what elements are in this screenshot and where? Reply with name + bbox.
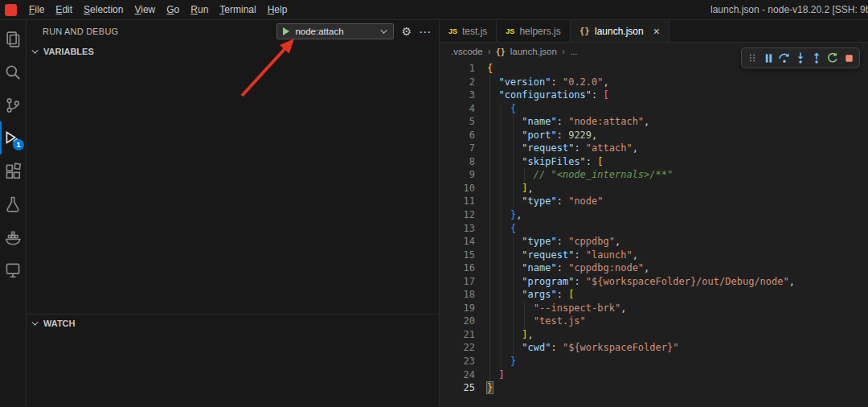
code-line-16[interactable]: 16 "name": "cppdbg:node", — [440, 261, 868, 275]
menu-help[interactable]: Help — [262, 0, 293, 19]
menu-selection[interactable]: Selection — [78, 0, 129, 19]
menu-file[interactable]: File — [23, 0, 50, 19]
code-line-2[interactable]: 2 "version": "0.2.0", — [440, 76, 868, 89]
activity-remote-explorer[interactable] — [0, 253, 26, 286]
gear-icon[interactable]: ⚙ — [401, 26, 411, 37]
activity-extensions[interactable] — [0, 154, 26, 187]
activity-source-control[interactable] — [0, 88, 26, 121]
line-number[interactable]: 22 — [440, 341, 475, 355]
line-number[interactable]: 17 — [440, 275, 475, 289]
tab-bar: JStest.jsJShelpers.js{}launch.json× — [440, 20, 868, 43]
code-text: "test.js" — [487, 314, 586, 328]
code-text: "skipFiles": [ — [487, 155, 604, 169]
line-number[interactable]: 19 — [440, 302, 475, 315]
debug-config-dropdown[interactable]: node:attach — [276, 23, 394, 39]
line-number[interactable]: 1 — [440, 62, 475, 76]
chevron-down-icon — [31, 319, 38, 325]
restart-button[interactable] — [825, 49, 841, 67]
tab-helpers.js[interactable]: JShelpers.js — [497, 20, 570, 42]
line-number[interactable]: 14 — [440, 235, 475, 249]
watch-section-header[interactable]: WATCH — [27, 314, 439, 332]
line-number[interactable]: 9 — [440, 168, 475, 182]
breadcrumb-folder[interactable]: .vscode — [451, 47, 483, 56]
line-number[interactable]: 16 — [440, 261, 475, 275]
pause-button[interactable] — [760, 49, 776, 67]
activity-docker[interactable] — [0, 220, 26, 253]
code-line-19[interactable]: 19 "--inspect-brk", — [440, 302, 868, 315]
code-line-20[interactable]: 20 "test.js" — [440, 314, 868, 328]
code-line-24[interactable]: 24 ] — [440, 368, 868, 382]
line-number[interactable]: 7 — [440, 142, 475, 155]
code-text: "--inspect-brk", — [487, 302, 626, 315]
line-number[interactable]: 15 — [440, 249, 475, 262]
toolbar-drag-handle[interactable] — [744, 49, 760, 67]
line-number[interactable]: 21 — [440, 328, 475, 342]
activity-search[interactable] — [0, 56, 26, 88]
code-line-9[interactable]: 9 // "<node_internals>/**" — [440, 168, 868, 182]
code-line-11[interactable]: 11 "type": "node" — [440, 195, 868, 208]
step-into-button[interactable] — [792, 49, 809, 67]
menu-terminal[interactable]: Terminal — [214, 0, 261, 19]
line-number[interactable]: 20 — [440, 314, 475, 328]
line-number[interactable]: 6 — [440, 129, 475, 142]
step-over-icon — [778, 51, 791, 64]
restart-icon — [826, 51, 839, 64]
step-out-button[interactable] — [809, 49, 825, 67]
line-number[interactable]: 25 — [440, 381, 475, 395]
tab-test.js[interactable]: JStest.js — [440, 20, 497, 42]
code-line-12[interactable]: 12 }, — [440, 208, 868, 222]
stop-button[interactable] — [841, 49, 857, 67]
activity-explorer[interactable] — [0, 23, 26, 56]
code-line-8[interactable]: 8 "skipFiles": [ — [440, 155, 868, 169]
close-tab-icon[interactable]: × — [653, 26, 660, 37]
step-over-button[interactable] — [776, 49, 792, 67]
code-line-25[interactable]: 25} — [440, 381, 868, 395]
code-line-5[interactable]: 5 "name": "node:attach", — [440, 115, 868, 129]
code-line-14[interactable]: 14 "type": "cppdbg", — [440, 235, 868, 249]
variables-section-header[interactable]: VARIABLES — [27, 43, 439, 60]
line-number[interactable]: 13 — [440, 222, 475, 236]
code-line-10[interactable]: 10 ], — [440, 182, 868, 195]
line-number[interactable]: 23 — [440, 355, 475, 368]
code-line-22[interactable]: 22 "cwd": "${workspaceFolder}" — [440, 341, 868, 355]
line-number[interactable]: 3 — [440, 88, 475, 102]
tab-launch.json[interactable]: {}launch.json× — [571, 20, 669, 42]
activity-testing[interactable] — [0, 187, 26, 220]
code-line-18[interactable]: 18 "args": [ — [440, 288, 868, 302]
breadcrumb-more[interactable]: ... — [570, 47, 578, 56]
code-line-6[interactable]: 6 "port": 9229, — [440, 129, 868, 142]
menu-run[interactable]: Run — [185, 0, 214, 19]
code-line-4[interactable]: 4 { — [440, 102, 868, 116]
line-number[interactable]: 24 — [440, 368, 475, 382]
line-number[interactable]: 18 — [440, 288, 475, 302]
line-number[interactable]: 8 — [440, 155, 475, 169]
code-line-15[interactable]: 15 "request": "launch", — [440, 249, 868, 262]
debug-badge: 1 — [13, 139, 24, 150]
breadcrumb-separator: › — [488, 46, 491, 57]
line-number[interactable]: 10 — [440, 182, 475, 195]
menu-edit[interactable]: Edit — [50, 0, 78, 19]
breadcrumb-file[interactable]: launch.json — [510, 47, 557, 56]
menu-view[interactable]: View — [129, 0, 161, 19]
start-debugging-icon[interactable] — [283, 27, 289, 35]
line-number[interactable]: 2 — [440, 76, 475, 89]
code-line-13[interactable]: 13 { — [440, 222, 868, 236]
code-line-17[interactable]: 17 "program": "${workspaceFolder}/out/De… — [440, 275, 868, 289]
code-line-7[interactable]: 7 "request": "attach", — [440, 142, 868, 155]
editor-group: JStest.jsJShelpers.js{}launch.json× .vsc… — [440, 20, 868, 407]
line-number[interactable]: 11 — [440, 195, 475, 208]
activity-run-and-debug[interactable]: 1 — [0, 121, 26, 154]
code-line-21[interactable]: 21 ], — [440, 328, 868, 342]
line-number[interactable]: 12 — [440, 208, 475, 222]
code-area: 1{2 "version": "0.2.0",3 "configurations… — [440, 60, 868, 407]
line-number[interactable]: 5 — [440, 115, 475, 129]
more-actions-icon[interactable]: ⋯ — [419, 26, 431, 38]
code-text: "request": "launch", — [487, 249, 638, 262]
code-line-3[interactable]: 3 "configurations": [ — [440, 88, 868, 102]
menu-go[interactable]: Go — [161, 0, 185, 19]
code-line-23[interactable]: 23 } — [440, 355, 868, 368]
code-text: "args": [ — [487, 288, 574, 302]
code-text: "request": "attach", — [487, 142, 638, 155]
line-number[interactable]: 4 — [440, 102, 475, 116]
chevron-down-icon — [381, 27, 387, 33]
